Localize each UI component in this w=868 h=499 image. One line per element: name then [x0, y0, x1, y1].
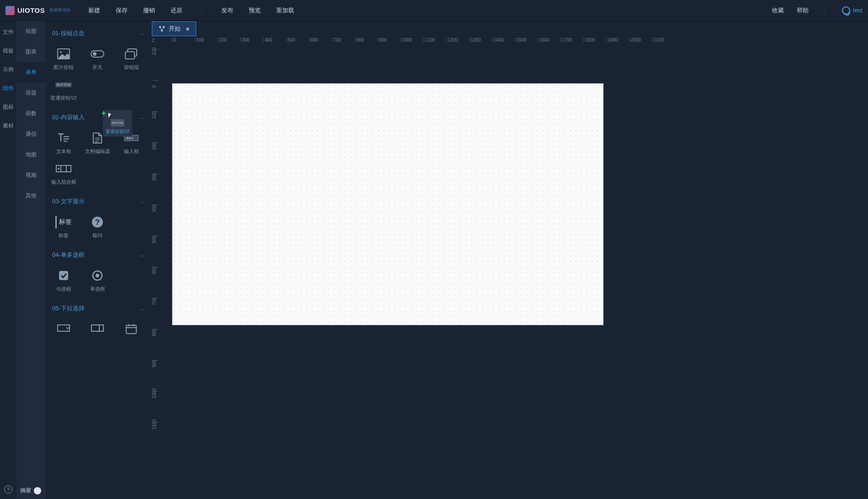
lefttab-component[interactable]: 组件 — [3, 85, 14, 92]
chevron-up-icon: ︿ — [139, 252, 145, 259]
cat-comm[interactable]: 通信 — [16, 124, 46, 144]
comp-switch[interactable]: 开关 — [81, 45, 113, 74]
menu-favorite[interactable]: 收藏 — [772, 6, 784, 15]
menu-new[interactable]: 新建 — [88, 6, 100, 15]
svg-rect-18 — [91, 325, 103, 331]
comp-input-group[interactable]: 输入组合框 — [48, 159, 80, 188]
ruler-tick: 400 — [153, 205, 158, 206]
ruler-tick: 1200 — [446, 37, 458, 42]
section-05-head[interactable]: 05-下拉选择 ︿ — [46, 300, 151, 317]
lefttab-file[interactable]: 文件 — [3, 28, 14, 36]
section-04-head[interactable]: 04-单多选框 ︿ — [46, 246, 151, 264]
artboard[interactable] — [172, 83, 604, 325]
comp-checkbox[interactable]: 勾选框 — [48, 266, 80, 295]
help-icon[interactable]: ? — [4, 485, 12, 494]
ruler-tick: 600 — [153, 267, 158, 268]
comp-question[interactable]: ? 疑问 — [81, 213, 113, 242]
svg-point-24 — [159, 26, 161, 28]
lefttab-icon[interactable]: 图标 — [3, 103, 14, 111]
ruler-tick: 2000 — [629, 37, 641, 42]
question-icon: ? — [89, 216, 106, 228]
comp-label: 文档编辑器 — [85, 148, 110, 155]
cat-map[interactable]: 地图 — [16, 144, 46, 165]
ruler-tick: 500 — [153, 236, 158, 237]
comp-select-1[interactable] — [48, 320, 80, 338]
cat-container[interactable]: 容器 — [16, 83, 46, 103]
select-icon — [89, 323, 106, 335]
comp-tag[interactable]: 标签 标签 — [48, 213, 80, 242]
cat-other[interactable]: 其他 — [16, 186, 46, 206]
toggle-knob — [34, 487, 41, 494]
drawer-label: 抽屉 — [20, 487, 31, 494]
plus-icon: + — [102, 109, 106, 117]
comp-label: 文本框 — [56, 148, 71, 155]
ruler-tick: 300 — [153, 174, 158, 175]
section-01-head[interactable]: 01-按钮点击 ︿ — [46, 25, 151, 42]
ruler-tick: 700 — [153, 298, 158, 299]
svg-point-3 — [93, 52, 96, 56]
chevron-up-icon: ︿ — [139, 30, 145, 37]
lefttab-template[interactable]: 模板 — [3, 47, 14, 55]
calendar-icon — [123, 323, 139, 335]
comp-label: 输入框 — [124, 148, 139, 155]
section-02-head[interactable]: 02-内容输入 ︿ — [46, 109, 151, 126]
ruler-tick: 1100 — [423, 37, 435, 42]
lefttab-example[interactable]: 示例 — [3, 66, 14, 74]
comp-textarea[interactable]: 文本框 — [48, 129, 80, 158]
cat-func[interactable]: 函数 — [16, 103, 46, 124]
menu-publish[interactable]: 发布 — [221, 6, 233, 15]
ruler-tick: 200 — [153, 143, 158, 143]
component-panel[interactable]: 01-按钮点击 ︿ 图片按钮 开关 按钮组 BUTTON 普通按钮V2 — [46, 21, 151, 499]
tab-unsaved-dot — [186, 27, 189, 31]
ruler-tick: 100 — [153, 111, 158, 112]
menu-divider — [202, 6, 202, 15]
ruler-tick: -100 — [153, 49, 158, 50]
cat-video[interactable]: 视频 — [16, 165, 46, 186]
comp-select-2[interactable] — [81, 320, 113, 338]
menu-save[interactable]: 保存 — [116, 6, 128, 15]
canvas-tabbar: 开始 — [151, 21, 868, 37]
svg-point-16 — [96, 274, 99, 277]
logo-icon — [5, 6, 15, 15]
ruler-tick: 1800 — [584, 37, 595, 42]
user-icon — [842, 6, 850, 15]
section-02-grid: 文本框 文档编辑器 请输入 输入框 输入组合框 — [46, 126, 151, 193]
chevron-up-icon: ︿ — [139, 114, 145, 121]
textarea-icon — [55, 132, 72, 144]
buttongroup-icon — [123, 48, 139, 60]
section-05-grid — [46, 317, 151, 343]
tab-label: 开始 — [169, 25, 181, 33]
cat-form[interactable]: 表单 — [16, 62, 46, 83]
chevron-up-icon: ︿ — [139, 305, 145, 312]
menu-reload[interactable]: 重加载 — [276, 6, 294, 15]
ruler-tick: 1300 — [469, 37, 481, 42]
comp-datepicker[interactable] — [115, 320, 147, 338]
section-title: 03-文字显示 — [52, 197, 85, 206]
ruler-tick: 400 — [263, 37, 273, 42]
left-tabs: 文件 模板 示例 组件 图标 素材 ? — [0, 21, 16, 499]
ruler-tick: 1600 — [538, 37, 549, 42]
menu-divider — [825, 6, 825, 15]
cat-chart[interactable]: 图表 — [16, 42, 46, 62]
menu-undo[interactable]: 撤销 — [143, 6, 155, 15]
menu-preview[interactable]: 预览 — [249, 6, 261, 15]
comp-radio[interactable]: 单选框 — [81, 266, 113, 295]
lefttab-asset[interactable]: 素材 — [3, 122, 14, 130]
menu-help[interactable]: 帮助 — [797, 6, 809, 15]
svg-point-25 — [163, 26, 165, 28]
comp-normal-button-v2[interactable]: BUTTON 普通按钮V2 — [48, 75, 80, 104]
comp-button-group[interactable]: 按钮组 — [115, 45, 147, 74]
drawer-toggle[interactable]: 抽屉 — [16, 485, 45, 496]
section-03-head[interactable]: 03-文字显示 ︿ — [46, 193, 151, 210]
user-badge[interactable]: test — [842, 6, 863, 15]
cat-draw[interactable]: 绘图 — [16, 21, 46, 42]
tab-start[interactable]: 开始 — [152, 21, 196, 36]
canvas[interactable] — [161, 45, 868, 499]
ruler-tick: 1700 — [561, 37, 572, 42]
section-title: 02-内容输入 — [52, 113, 85, 122]
menu-redo[interactable]: 还原 — [171, 6, 182, 15]
comp-image-button[interactable]: 图片按钮 — [48, 45, 80, 74]
ruler-tick: 600 — [309, 37, 318, 42]
ruler-tick: 200 — [218, 37, 227, 42]
svg-text:请输入: 请输入 — [126, 137, 134, 139]
